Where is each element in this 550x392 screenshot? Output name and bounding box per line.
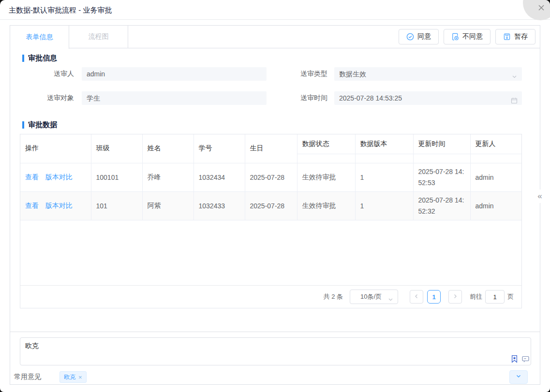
col-header-version: 数据版本: [355, 134, 413, 154]
chevron-down-icon: [387, 294, 394, 307]
section-bar: [22, 55, 24, 62]
tab-form-info[interactable]: 表单信息: [10, 26, 69, 49]
section-approval-data-title: 审批数据: [28, 120, 57, 130]
cell-updated-by: admin: [470, 191, 521, 220]
col-header-class: 班级: [91, 134, 142, 163]
save-draft-button[interactable]: 暂存: [495, 29, 535, 44]
opinions-dropdown-button[interactable]: [509, 370, 528, 384]
tag-close-icon[interactable]: ×: [78, 374, 82, 380]
submit-object-label: 送审对象: [20, 94, 74, 102]
col-header-student-id: 学号: [193, 134, 245, 163]
submit-type-label: 送审类型: [281, 70, 327, 78]
submit-object-input[interactable]: 学生: [82, 91, 267, 105]
version-compare-link[interactable]: 版本对比: [45, 202, 73, 210]
prev-page-button[interactable]: [410, 290, 423, 304]
table-header-row: 操作 班级 姓名 学号 生日 数据状态 数据版本 更新时间 更新人: [20, 134, 521, 154]
field-submitter: 送审人 admin: [20, 67, 267, 81]
calendar-icon: [511, 95, 518, 105]
col-header-name: 姓名: [142, 134, 193, 163]
reject-label: 不同意: [462, 32, 483, 41]
goto-label: 前往: [470, 292, 482, 301]
chevron-left-icon: [414, 293, 419, 301]
collapse-panel-handle[interactable]: «: [534, 189, 546, 203]
section-bar: [22, 121, 24, 129]
submitter-value: admin: [87, 70, 105, 78]
col-header-actions: 操作: [20, 134, 91, 163]
floppy-save-icon: [503, 33, 511, 41]
submit-type-select[interactable]: 数据生效: [334, 67, 522, 81]
field-submit-time: 送审时间 2025-07-28 14:53:25: [281, 91, 522, 105]
cell-updated-at: 2025-07-28 14:52:53: [413, 163, 470, 191]
page-size-value: 10条/页: [360, 293, 382, 300]
pagination-total: 共 2 条: [324, 292, 343, 301]
subheader-cell: [355, 154, 413, 163]
cell-actions: 查看 版本对比: [20, 163, 91, 191]
table-row: 查看 版本对比 100101 乔峰 1032434 2025-07-28 生效待…: [20, 163, 521, 191]
chevron-down-icon: [511, 71, 518, 81]
comment-bubble-icon[interactable]: [521, 355, 530, 365]
cell-name: 阿紫: [142, 191, 193, 220]
opinion-tag-label: 欧克: [64, 373, 75, 381]
action-buttons: 同意 不同意 暂存: [399, 26, 540, 48]
tab-flow-chart-label: 流程图: [89, 32, 109, 41]
submit-type-value: 数据生效: [339, 70, 366, 78]
cell-actions: 查看 版本对比: [20, 191, 91, 220]
field-submit-type: 送审类型 数据生效: [281, 67, 522, 81]
cell-updated-at: 2025-07-28 14:52:32: [413, 191, 470, 220]
comment-tools: [510, 355, 530, 365]
cell-birthday: 2025-07-28: [245, 163, 297, 191]
chevron-right-icon: [452, 293, 458, 301]
bookmark-star-icon[interactable]: [510, 355, 519, 365]
goto-page-input[interactable]: [485, 290, 505, 304]
check-circle-icon: [406, 33, 414, 41]
cell-status: 生效待审批: [297, 163, 355, 191]
chevron-down-icon: [515, 373, 522, 381]
cell-student-id: 1032434: [193, 163, 245, 191]
cell-class: 101: [91, 191, 142, 220]
page-number-1[interactable]: 1: [427, 290, 441, 304]
opinion-tag[interactable]: 欧克 ×: [59, 371, 87, 383]
save-draft-label: 暂存: [514, 32, 528, 41]
table-row: 查看 版本对比 101 阿紫 1032433 2025-07-28 生效待审批 …: [20, 191, 521, 220]
section-approval-info: 审批信息: [22, 54, 57, 63]
current-page-label: 1: [432, 293, 435, 301]
section-approval-info-title: 审批信息: [28, 54, 57, 63]
view-link[interactable]: 查看: [25, 173, 39, 182]
next-page-button[interactable]: [448, 290, 462, 304]
approval-data-table: 操作 班级 姓名 学号 生日 数据状态 数据版本 更新时间 更新人: [20, 134, 522, 308]
version-compare-link[interactable]: 版本对比: [45, 173, 73, 182]
tab-bar: 表单信息 流程图 同意 不同意: [10, 26, 540, 48]
tab-form-info-label: 表单信息: [26, 33, 53, 42]
form-card: 表单信息 流程图 同意 不同意: [10, 25, 540, 332]
subheader-cell: [470, 154, 521, 163]
submit-time-value: 2025-07-28 14:53:25: [339, 94, 402, 102]
col-header-updated-by: 更新人: [470, 134, 521, 154]
reject-button[interactable]: 不同意: [444, 29, 491, 44]
cell-student-id: 1032433: [193, 191, 245, 220]
common-opinions-label: 常用意见: [14, 373, 41, 381]
approve-button[interactable]: 同意: [399, 29, 439, 44]
approval-dialog: 主数据-默认审批流程 - 业务审批 表单信息 流程图 同意: [0, 0, 550, 392]
view-link[interactable]: 查看: [25, 202, 39, 210]
page-size-select[interactable]: 10条/页: [350, 290, 398, 304]
dialog-title: 主数据-默认审批流程 - 业务审批: [9, 0, 112, 20]
submit-time-label: 送审时间: [281, 94, 327, 102]
approve-label: 同意: [417, 32, 431, 41]
page-unit-label: 页: [507, 292, 514, 301]
tab-flow-chart[interactable]: 流程图: [69, 26, 128, 48]
comment-textarea[interactable]: 欧克: [20, 337, 531, 365]
submit-object-value: 学生: [87, 94, 100, 102]
close-icon: [537, 3, 546, 12]
col-header-birthday: 生日: [245, 134, 297, 163]
cell-class: 100101: [91, 163, 142, 191]
field-submit-object: 送审对象 学生: [20, 91, 267, 105]
cell-version: 1: [355, 191, 413, 220]
submit-time-input[interactable]: 2025-07-28 14:53:25: [334, 91, 522, 105]
cell-status: 生效待审批: [297, 191, 355, 220]
cell-updated-by: admin: [470, 163, 521, 191]
submitter-input[interactable]: admin: [82, 67, 267, 81]
cell-version: 1: [355, 163, 413, 191]
submitter-label: 送审人: [20, 70, 74, 78]
subheader-cell: [413, 154, 470, 163]
cell-name: 乔峰: [142, 163, 193, 191]
